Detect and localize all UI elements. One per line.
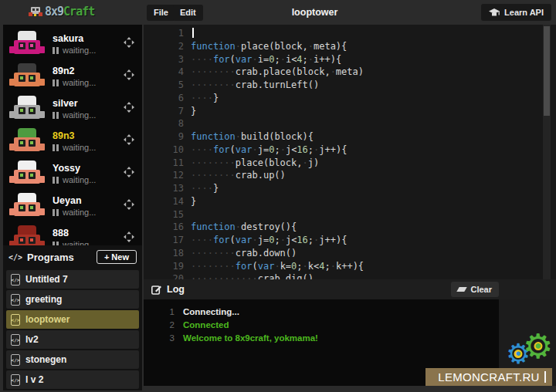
code-line[interactable]: 18········crab.down()	[144, 247, 556, 260]
editor-scrollbar[interactable]	[543, 25, 551, 279]
code-line[interactable]: 4········crab.place(block,·meta)	[144, 66, 556, 79]
player-name: sakura	[53, 33, 96, 44]
player-status: waiting...	[53, 240, 96, 245]
code-line[interactable]: 1	[144, 27, 556, 40]
crab-logo-icon	[28, 5, 43, 19]
gear-icon: ⚙	[523, 329, 553, 363]
player-list: sakurawaiting...89n2waiting...silverwait…	[3, 25, 142, 245]
pause-icon	[53, 177, 59, 184]
program-item[interactable]: </>Untitled 7	[6, 270, 139, 289]
player-info: 89n2waiting...	[53, 66, 96, 87]
move-icon[interactable]	[124, 69, 134, 83]
code-line[interactable]: 2function·place(block,·meta){	[144, 40, 556, 53]
editor-scrollbar-thumb[interactable]	[544, 26, 550, 116]
line-number: 2	[144, 40, 184, 53]
code-line[interactable]: 7}	[144, 105, 556, 118]
player-row[interactable]: 89n2waiting...	[3, 60, 142, 93]
line-number: 12	[144, 169, 184, 182]
player-status: waiting...	[53, 78, 96, 87]
program-file-icon: </>	[11, 334, 20, 346]
code-text: ····for(var·j=0;·j<16;·j++){	[191, 144, 347, 157]
move-icon[interactable]	[124, 134, 134, 148]
code-text: ····for(var·j=0;·j<16;·j++){	[191, 234, 347, 247]
code-line[interactable]: 10····for(var·j=0;·j<16;·j++){	[144, 144, 556, 157]
code-line[interactable]: 6····}	[144, 92, 556, 105]
programs-title: Programs	[27, 252, 74, 263]
lemoncraft-watermark-link[interactable]: LEMONCRAFT.RU	[425, 368, 552, 386]
player-avatar	[9, 225, 45, 245]
player-row[interactable]: Ueyanwaiting...	[3, 190, 142, 222]
program-item-label: looptower	[25, 314, 70, 325]
program-file-icon: </>	[11, 274, 20, 286]
move-icon[interactable]	[124, 231, 134, 245]
player-status-text: waiting...	[63, 240, 96, 245]
player-avatar	[9, 193, 45, 219]
player-name: Yossy	[53, 163, 96, 174]
code-text: ········for(var·k=0;·k<4;·k++){	[191, 260, 364, 273]
line-number: 15	[144, 208, 184, 221]
move-icon[interactable]	[124, 37, 134, 51]
graduation-cap-icon	[489, 8, 500, 17]
code-line[interactable]: 9function·build(block){	[144, 130, 556, 144]
code-line[interactable]: 5········crab.turnLeft()	[144, 79, 556, 92]
player-status-text: waiting...	[63, 78, 96, 87]
program-item-label: Untitled 7	[25, 274, 68, 285]
line-number: 11	[144, 157, 184, 170]
learn-api-button[interactable]: Learn API	[481, 4, 551, 21]
new-program-button[interactable]: + New	[97, 250, 137, 264]
code-line[interactable]: 14}	[144, 195, 556, 208]
log-pencil-icon	[151, 285, 161, 295]
player-row[interactable]: 888waiting...	[3, 222, 142, 245]
player-info: Ueyanwaiting...	[53, 195, 96, 217]
line-number: 18	[144, 247, 184, 260]
log-entry-text: Connected	[183, 319, 229, 332]
move-icon[interactable]	[124, 167, 134, 181]
player-info: 89n3waiting...	[53, 130, 96, 152]
code-text: ····}	[191, 182, 219, 195]
program-item[interactable]: </>looptower	[6, 310, 139, 329]
programs-header: </> Programs + New	[3, 245, 142, 269]
eraser-icon	[457, 287, 467, 292]
move-icon[interactable]	[124, 102, 134, 116]
move-icon[interactable]	[124, 199, 134, 213]
line-number: 10	[144, 144, 184, 157]
code-line[interactable]: 17····for(var·j=0;·j<16;·j++){	[144, 234, 556, 247]
player-status-text: waiting...	[63, 46, 96, 55]
program-item[interactable]: </>stonegen	[6, 350, 139, 369]
code-line[interactable]: 16function·destroy(){	[144, 221, 556, 234]
code-text: function·place(block,·meta){	[191, 40, 347, 53]
log-entry-number: 1	[144, 306, 175, 319]
code-line[interactable]: 19········for(var·k=0;·k<4;·k++){	[144, 260, 556, 273]
log-header: Log Clear	[144, 279, 556, 299]
code-text: ········crab.place(block,·meta)	[191, 66, 364, 79]
code-line[interactable]: 8	[144, 117, 556, 130]
code-text: ····for(var·i=0;·i<4;·i++){	[191, 53, 341, 66]
line-number: 1	[144, 27, 184, 40]
program-item[interactable]: </>lv2	[6, 330, 139, 349]
player-row[interactable]: silverwaiting...	[3, 93, 142, 125]
pause-icon	[53, 112, 59, 119]
program-file-icon: </>	[11, 354, 20, 366]
player-row[interactable]: sakurawaiting...	[3, 28, 142, 60]
player-row[interactable]: Yossywaiting...	[3, 157, 142, 190]
clear-log-button[interactable]: Clear	[451, 282, 499, 297]
line-number: 4	[144, 66, 184, 79]
watermark-cursor	[544, 371, 546, 383]
program-item[interactable]: </>greeting	[6, 290, 139, 309]
player-row[interactable]: 89n3waiting...	[3, 125, 142, 157]
player-name: 888	[53, 228, 96, 238]
code-editor[interactable]: 12function·place(block,·meta){3····for(v…	[144, 25, 556, 279]
code-line[interactable]: 20············crab.dig()	[144, 272, 556, 279]
code-text	[191, 27, 194, 40]
app-logo: 8x9Craft	[28, 5, 94, 19]
code-line[interactable]: 3····for(var·i=0;·i<4;·i++){	[144, 53, 556, 66]
code-line[interactable]: 12········crab.up()	[144, 169, 556, 182]
line-number: 13	[144, 182, 184, 195]
line-number: 7	[144, 105, 184, 118]
program-item[interactable]: </>l v 2	[6, 370, 139, 389]
code-line[interactable]: 13····}	[144, 182, 556, 195]
program-file-icon: </>	[11, 374, 20, 386]
clear-log-label: Clear	[470, 285, 492, 294]
code-line[interactable]: 15	[144, 208, 556, 221]
code-line[interactable]: 11········place(block,·j)	[144, 157, 556, 170]
